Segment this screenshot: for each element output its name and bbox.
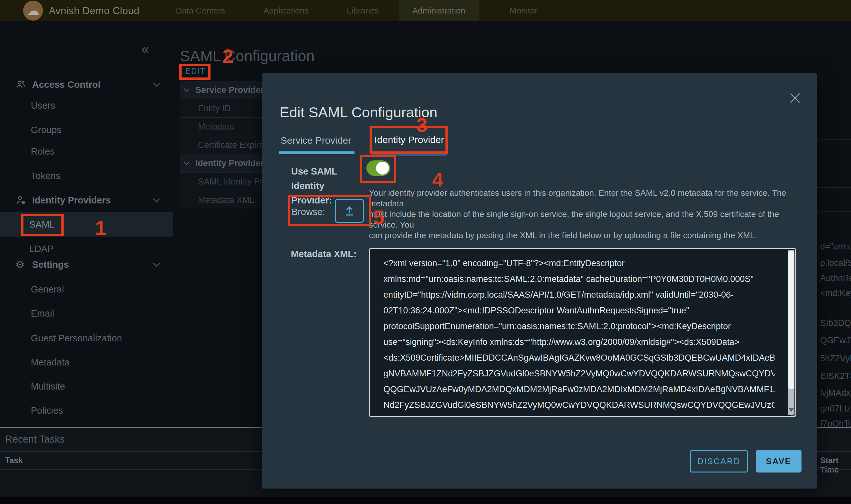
row-label: Metadata (198, 122, 234, 132)
table-divider (817, 187, 851, 188)
metadata-xml-textarea[interactable]: <?xml version="1.0" encoding="UTF-8"?><m… (369, 248, 796, 417)
sidebar-section-access-control[interactable]: Access Control (15, 79, 163, 90)
xml-line: gNVBAMMF1ZNd2FyZSBJZGVudGl0eSBNYW5hZ2VyM… (383, 366, 775, 381)
chevron-down-icon (152, 197, 161, 203)
table-row-metadata[interactable]: Metadata (180, 118, 262, 136)
person-gear-icon (15, 195, 26, 206)
chevron-down-icon (183, 159, 191, 167)
annotation-number-3: 3 (417, 115, 428, 135)
table-divider (817, 139, 851, 140)
truncated-xml-fragment: 5hZ2VyM (820, 354, 851, 363)
idp-description: Your identity provider authenticates use… (369, 188, 787, 241)
gear-icon: ⚙ (15, 259, 26, 270)
sidebar-section-identity-providers[interactable]: Identity Providers (15, 195, 163, 206)
metadata-xml-label: Metadata XML: (291, 247, 357, 261)
active-tab-underline (279, 151, 355, 154)
xml-line: QQGEwJVUzAeFw0yMDA2MDQxMDM2MjRaFw0zMDA2M… (383, 381, 775, 397)
nav-tab-data-centers[interactable]: Data Centers (162, 0, 238, 21)
tasks-column-start-time[interactable]: Start Time (820, 456, 851, 474)
sidebar-section-settings[interactable]: ⚙ Settings (15, 259, 163, 270)
row-label: SAML Identity Pr (198, 177, 262, 187)
tabs-divider (279, 154, 800, 154)
xml-line: xmlns:md="urn:oasis:names:tc:SAML:2.0:me… (383, 271, 775, 287)
truncated-xml-fragment: QGEwJV (820, 336, 851, 345)
sidebar-item-policies[interactable]: Policies (31, 405, 63, 416)
description-line: can provide the metadata by pasting the … (369, 230, 787, 241)
table-row-identity-provider[interactable]: Identity Provider (180, 154, 262, 173)
save-button[interactable]: SAVE (756, 450, 801, 472)
saml-config-table: Service Provider Entity ID Metadata Cert… (180, 81, 262, 210)
nav-tab-monitor[interactable]: Monitor (496, 0, 551, 21)
sidebar-item-roles[interactable]: Roles (31, 146, 55, 157)
nav-tab-applications[interactable]: Applications (250, 0, 322, 21)
xml-line: protocolSupportEnumeration="urn:oasis:na… (383, 319, 775, 334)
sidebar-item-metadata[interactable]: Metadata (31, 357, 70, 368)
scrollbar-thumb[interactable] (788, 251, 794, 389)
annotation-number-2: 2 (222, 46, 233, 66)
sidebar-item-tokens[interactable]: Tokens (31, 171, 60, 181)
annotation-box-1-saml (21, 214, 64, 236)
sidebar-section-label: Settings (32, 259, 69, 270)
annotation-number-4: 4 (432, 170, 443, 190)
xml-line: Nd2FyZSBJZGVudGl0eSBNYW5hZ2VyMQ0wCwYDVQQ… (383, 397, 775, 413)
bottom-strip (0, 497, 851, 504)
truncated-xml-fragment: p.local/S (820, 258, 851, 268)
truncated-xml-fragment: ga07Ltz (820, 404, 851, 414)
truncated-xml-fragment: AuthnRe (820, 273, 851, 283)
table-divider (817, 212, 851, 212)
xml-line: use="signing"><ds:KeyInfo xmlns:ds="http… (383, 334, 775, 350)
annotation-box-3-identity-provider-tab (369, 126, 448, 154)
truncated-xml-fragment: SIb3DQE (820, 318, 851, 328)
nav-tab-libraries[interactable]: Libraries (333, 0, 393, 21)
sidebar-divider (0, 61, 180, 61)
modal-title: Edit SAML Configuration (279, 104, 437, 121)
table-row-metadata-xml[interactable]: Metadata XML (180, 191, 262, 209)
description-line: Your identity provider authenticates use… (369, 188, 787, 209)
truncated-xml-fragment: <md:Key (820, 288, 851, 298)
truncated-xml-fragment: EISK2T8 (820, 371, 851, 381)
table-row-entity-id[interactable]: Entity ID (180, 99, 262, 118)
xml-line: 02T10:36:24.000Z"><md:IDPSSODescriptor W… (383, 303, 775, 319)
recent-tasks-title: Recent Tasks (5, 434, 65, 445)
xml-line: <?xml version="1.0" encoding="UTF-8"?><m… (383, 255, 775, 271)
table-row-certificate-expiration[interactable]: Certificate Expira (180, 136, 262, 154)
row-label: Service Provider (195, 85, 262, 95)
tab-service-provider[interactable]: Service Provider (280, 135, 351, 146)
sidebar-item-guest-personalization[interactable]: Guest Personalization (31, 333, 122, 344)
xml-line: entityID="https://vidm.corp.local/SAAS/A… (383, 287, 775, 303)
cloud-logo-icon: ☁ (23, 1, 43, 21)
nav-tab-administration[interactable]: Administration (399, 0, 479, 21)
sidebar-item-ldap[interactable]: LDAP (29, 244, 54, 254)
sidebar-section-label: Access Control (32, 79, 101, 90)
resize-handle-icon[interactable] (790, 410, 797, 417)
row-label: Metadata XML (198, 195, 255, 205)
discard-button[interactable]: DISCARD (690, 450, 748, 472)
sidebar-item-email[interactable]: Email (31, 308, 54, 319)
sidebar-section-label: Identity Providers (32, 195, 111, 206)
app-window: ☁ Avnish Demo Cloud Data Centers Applica… (0, 0, 851, 504)
truncated-xml-fragment: d="urn:o (820, 242, 851, 252)
users-group-icon (15, 79, 26, 90)
sidebar-collapse-icon[interactable]: « (141, 42, 149, 56)
chevron-down-icon (152, 82, 161, 87)
table-divider (817, 235, 851, 235)
close-icon[interactable] (788, 91, 802, 105)
app-title: Avnish Demo Cloud (49, 5, 140, 17)
truncated-xml-fragment: lvjMAdx (820, 388, 851, 398)
sidebar-item-groups[interactable]: Groups (31, 125, 61, 135)
table-divider (817, 164, 851, 164)
textarea-scrollbar[interactable] (788, 250, 794, 415)
edit-saml-configuration-modal: Edit SAML Configuration Service Provider… (262, 73, 817, 489)
annotation-box-5-browse (288, 195, 371, 226)
table-row-service-provider[interactable]: Service Provider (180, 81, 262, 99)
row-label: Entity ID (198, 104, 231, 113)
row-label: Certificate Expira (198, 140, 262, 150)
tasks-column-task[interactable]: Task (5, 456, 23, 465)
table-row-saml-identity-provider[interactable]: SAML Identity Pr (180, 173, 262, 191)
page-title: SAML Configuration (180, 47, 315, 65)
sidebar-item-general[interactable]: General (31, 284, 64, 295)
sidebar-item-users[interactable]: Users (31, 100, 55, 111)
annotation-box-2-edit (179, 64, 211, 80)
sidebar-item-multisite[interactable]: Multisite (31, 381, 65, 392)
annotation-number-5: 5 (374, 207, 384, 227)
